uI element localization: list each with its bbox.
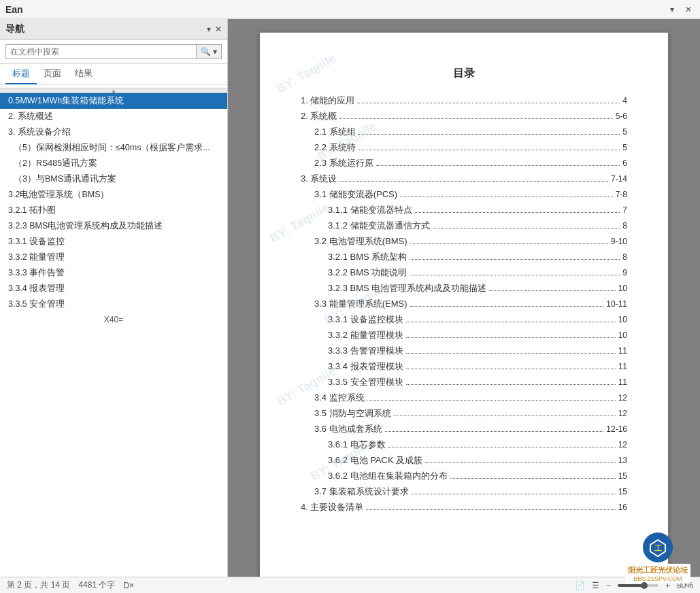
top-bar: Ean ▾ ✕ [0,0,700,19]
tree-item-12[interactable]: 3.3.4 报表管理 [0,281,227,296]
toc-entry-15: 3.3.2 能量管理模块 10 [328,329,627,341]
page-info: 第 2 页，共 14 页 [7,579,70,591]
sidebar-tree: ▲ 0.5MW/1MWh集装箱储能系统 2. 系统概述 3. 系统设备介绍 （5… [0,85,227,577]
app-title: Ean [5,4,23,15]
logo-text-main: 阳光工匠光伏论坛 [628,565,688,575]
zoom-slider[interactable] [618,584,659,587]
tree-item-13[interactable]: 3.3.5 安全管理 [0,296,227,312]
tree-item-3[interactable]: （5）保网检测相应时间：≤40ms（根据客户需求... [0,140,227,156]
sidebar-close-button[interactable]: ✕ [215,24,222,34]
toc-title: 目录 [301,67,627,81]
toc-entry-4: 2.3 系统运行原 6 [314,157,627,169]
tree-item-9[interactable]: 3.3.1 设备监控 [0,234,227,250]
sidebar-header: 导航 ▾ ✕ [0,19,227,40]
view-icon[interactable]: ☰ [592,581,599,590]
document-icon[interactable]: 📄 [575,581,585,590]
tab-title[interactable]: 标题 [5,64,37,84]
sidebar-tabs: 标题 页面 结果 [0,64,227,85]
toc-entry-20: 3.5 消防与空调系统 12 [314,407,627,420]
toc-entry-13: 3.3 能量管理系统(EMS) 10-11 [314,298,627,310]
zoom-minus-button[interactable]: − [606,581,611,590]
toc-entry-3: 2.2 系统特 5 [314,141,627,154]
toc-entry-5: 3. 系统设 7-14 [301,173,627,185]
status-extra: D× [123,581,134,590]
tree-item-6[interactable]: 3.2电池管理系统（BMS） [0,187,227,203]
sidebar-separator-top: ▲ [0,88,227,93]
tree-item-11[interactable]: 3.3.3 事件告警 [0,265,227,281]
tab-page[interactable]: 页面 [37,64,68,84]
sidebar: 导航 ▾ ✕ 🔍 ▾ 标题 页面 结果 ▲ 0.5MW/1MWh集装箱储能系统 … [0,19,228,577]
zoom-slider-thumb [641,582,648,589]
search-button[interactable]: 🔍 ▾ [197,44,222,59]
toc-entry-9: 3.2 电池管理系统(BMS) 9-10 [314,235,627,248]
toc-entry-14: 3.3.1 设备监控模块 10 [328,314,627,326]
logo-text-sub: BBS.21SPV.COM [633,575,682,577]
minimize-button[interactable]: ▾ [667,5,677,14]
toc-entry-12: 3.2.3 BMS 电池管理系统构成及功能描述 10 [328,282,627,294]
toc-entry-10: 3.2.1 BMS 系统架构 8 [328,251,627,263]
toc-entry-16: 3.3.3 告警管理模块 11 [328,345,627,357]
tree-item-1[interactable]: 2. 系统概述 [0,109,227,124]
word-count: 4481 个字 [78,579,115,591]
sidebar-pin-button[interactable]: ▾ [207,24,211,34]
toc-entry-18: 3.3.5 安全管理模块 11 [328,376,627,388]
toc-entry-6: 3.1 储能变流器(PCS) 7-8 [314,188,627,201]
top-bar-controls: ▾ ✕ [667,5,695,14]
toc-entry-26: 4. 主要设备清单 16 [301,501,627,513]
tree-item-0[interactable]: 0.5MW/1MWh集装箱储能系统 [0,93,227,109]
tab-results[interactable]: 结果 [68,64,99,84]
status-bar: 第 2 页，共 14 页 4481 个字 D× 📄 ☰ − + 80% [0,577,700,593]
tree-item-4[interactable]: （2）RS485通讯方案 [0,156,227,171]
toc-entry-2: 2.1 系统组 5 [314,126,627,138]
tree-item-5[interactable]: （3）与BMS通讯通讯方案 [0,171,227,187]
sidebar-title: 导航 [5,23,24,35]
main-layout: 导航 ▾ ✕ 🔍 ▾ 标题 页面 结果 ▲ 0.5MW/1MWh集装箱储能系统 … [0,19,700,577]
sidebar-header-controls: ▾ ✕ [207,24,222,34]
toc-entry-23: 3.6.2 电池 PACK 及成簇 13 [328,454,627,467]
tree-item-10[interactable]: 3.3.2 能量管理 [0,250,227,265]
svg-text:工: 工 [654,544,662,552]
toc-entry-11: 3.2.2 BMS 功能说明 9 [328,267,627,279]
toc-entry-17: 3.3.4 报表管理模块 11 [328,360,627,373]
toc-entry-22: 3.6.1 电芯参数 12 [328,439,627,451]
toc-entry-8: 3.1.2 储能变流器通信方式 8 [328,220,627,232]
toc-entry-0: 1. 储能的应用 4 [301,95,627,107]
search-input[interactable] [5,44,197,59]
sidebar-formula-label: X40= [0,312,227,327]
tree-item-2[interactable]: 3. 系统设备介绍 [0,124,227,140]
toc-entry-25: 3.7 集装箱系统设计要求 15 [314,486,627,498]
document-area[interactable]: BY: Taqnile BY: Taqnile BY: Taqnile BY: … [228,19,700,577]
logo-icon: 工 [643,532,673,562]
tree-item-8[interactable]: 3.2.3 BMS电池管理系统构成及功能描述 [0,218,227,234]
logo-badge: 工 阳光工匠光伏论坛 BBS.21SPV.COM [625,532,690,577]
separator-icon: ▲ [110,87,117,95]
toc-entry-21: 3.6 电池成套系统 12-16 [314,423,627,435]
document-page: BY: Taqnile BY: Taqnile BY: Taqnile BY: … [260,33,668,577]
toc-entry-24: 3.6.2 电池组在集装箱内的分布 15 [328,470,627,482]
toc-entry-7: 3.1.1 储能变流器特点 7 [328,204,627,216]
close-button[interactable]: ✕ [682,5,695,14]
tree-item-7[interactable]: 3.2.1 拓扑图 [0,203,227,218]
toc-entry-1: 2. 系统概 5-6 [301,110,627,122]
sidebar-search-container: 🔍 ▾ [0,40,227,64]
toc-entry-19: 3.4 监控系统 12 [314,392,627,404]
